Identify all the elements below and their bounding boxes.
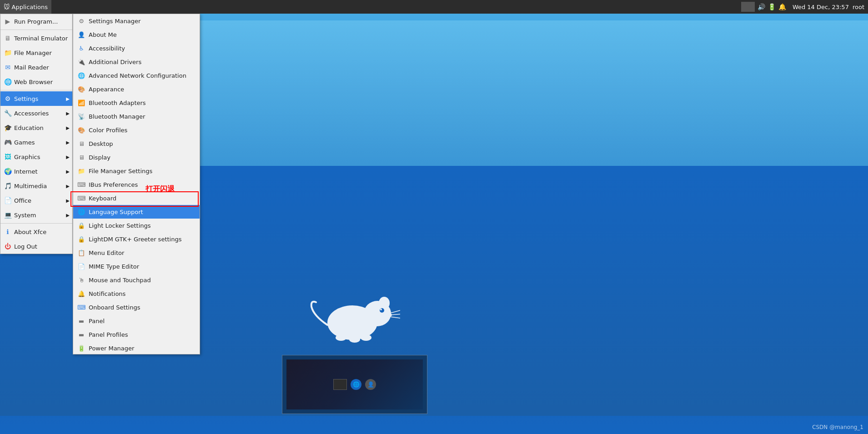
- systray: 🔊 🔋 🔔: [738, 0, 789, 14]
- submenu-light-locker[interactable]: 🔒 Light Locker Settings: [73, 219, 200, 232]
- menu-item-web-browser[interactable]: 🌐 Web Browser: [0, 75, 72, 89]
- graphics-arrow: ▶: [66, 155, 70, 160]
- mouse-touchpad-label: Mouse and Touchpad: [89, 277, 151, 284]
- internet-label: Internet: [14, 168, 38, 175]
- submenu-display[interactable]: 🖥 Display: [73, 150, 200, 164]
- appearance-icon: 🎨: [78, 85, 85, 93]
- menu-item-education[interactable]: 🎓 Education ▶: [0, 120, 72, 135]
- education-icon: 🎓: [4, 124, 11, 131]
- separator-2: [0, 90, 72, 90]
- submenu-accessibility[interactable]: ♿ Accessibility: [73, 41, 200, 55]
- menu-item-multimedia[interactable]: 🎵 Multimedia ▶: [0, 179, 72, 193]
- notifications-label: Notifications: [89, 290, 125, 297]
- lightdm-gtk-label: LightDM GTK+ Greeter settings: [89, 236, 181, 243]
- submenu-settings-manager[interactable]: ⚙ Settings Manager: [73, 14, 200, 28]
- accessories-icon: 🔧: [4, 110, 11, 117]
- separator-3: [0, 223, 72, 224]
- submenu-mime-type-editor[interactable]: 📄 MIME Type Editor: [73, 259, 200, 273]
- settings-label: Settings: [14, 95, 38, 102]
- menu-item-mail-reader[interactable]: ✉ Mail Reader: [0, 60, 72, 75]
- menu-item-graphics[interactable]: 🖼 Graphics ▶: [0, 150, 72, 164]
- multimedia-icon: 🎵: [4, 182, 11, 190]
- volume-icon[interactable]: 🔊: [758, 3, 765, 10]
- submenu-panel-profiles[interactable]: ▬ Panel Profiles: [73, 328, 200, 341]
- submenu-mouse-touchpad[interactable]: 🖱 Mouse and Touchpad: [73, 273, 200, 287]
- submenu-file-manager-settings[interactable]: 📁 File Manager Settings: [73, 164, 200, 178]
- applications-button[interactable]: 🐭 Applications: [0, 0, 51, 14]
- menu-item-run-program[interactable]: ▶ Run Program...: [0, 14, 72, 29]
- submenu-keyboard[interactable]: ⌨ Keyboard: [73, 191, 200, 205]
- svg-point-3: [380, 308, 384, 313]
- panel-profiles-icon: ▬: [78, 331, 85, 338]
- submenu-appearance[interactable]: 🎨 Appearance: [73, 82, 200, 96]
- submenu-advanced-network[interactable]: 🌐 Advanced Network Configuration: [73, 69, 200, 82]
- battery-icon[interactable]: 🔋: [768, 3, 776, 10]
- menu-item-accessories[interactable]: 🔧 Accessories ▶: [0, 106, 72, 120]
- submenu-additional-drivers[interactable]: 🔌 Additional Drivers: [73, 55, 200, 69]
- accessories-label: Accessories: [14, 110, 49, 117]
- menu-item-logout[interactable]: ⏻ Log Out: [0, 239, 72, 254]
- apps-label: Applications: [12, 4, 48, 10]
- color-profiles-icon: 🎨: [78, 126, 85, 134]
- accessibility-icon: ♿: [78, 45, 85, 52]
- menu-item-games[interactable]: 🎮 Games ▶: [0, 135, 72, 150]
- multimedia-arrow: ▶: [66, 184, 70, 189]
- education-arrow: ▶: [66, 125, 70, 130]
- clock: Wed 14 Dec, 23:57: [793, 4, 849, 10]
- language-support-label: Language Support: [89, 209, 143, 215]
- internet-arrow: ▶: [66, 169, 70, 174]
- bell-icon[interactable]: 🔔: [778, 3, 786, 10]
- submenu-notifications[interactable]: 🔔 Notifications: [73, 287, 200, 300]
- menu-item-file-manager[interactable]: 📁 File Manager: [0, 45, 72, 60]
- ibus-preferences-label: IBus Preferences: [89, 181, 138, 188]
- bluetooth-manager-label: Bluetooth Manager: [89, 113, 145, 120]
- file-manager-label: File Manager: [14, 50, 52, 56]
- submenu-color-profiles[interactable]: 🎨 Color Profiles: [73, 123, 200, 137]
- svg-point-7: [349, 336, 360, 343]
- submenu-menu-editor[interactable]: 📋 Menu Editor: [73, 246, 200, 259]
- keyboard-icon: ⌨: [78, 195, 85, 202]
- multimedia-label: Multimedia: [14, 183, 47, 190]
- submenu-desktop[interactable]: 🖥 Desktop: [73, 137, 200, 150]
- web-browser-label: Web Browser: [14, 79, 53, 85]
- appearance-label: Appearance: [89, 86, 124, 93]
- submenu-power-manager[interactable]: 🔋 Power Manager: [73, 341, 200, 354]
- submenu-lightdm-gtk[interactable]: 🔒 LightDM GTK+ Greeter settings: [73, 232, 200, 246]
- notifications-icon: 🔔: [78, 290, 85, 297]
- mime-type-editor-icon: 📄: [78, 263, 85, 270]
- submenu-panel[interactable]: ▬ Panel: [73, 314, 200, 328]
- apps-icon: 🐭: [4, 4, 10, 10]
- ibus-preferences-icon: ⌨: [78, 181, 85, 188]
- menu-item-internet[interactable]: 🌍 Internet ▶: [0, 164, 72, 179]
- svg-point-8: [361, 334, 371, 341]
- terminal-label: Terminal Emulator: [14, 35, 68, 42]
- graphics-label: Graphics: [14, 154, 40, 160]
- menu-item-terminal[interactable]: 🖥 Terminal Emulator: [0, 31, 72, 45]
- display-label: Display: [89, 154, 110, 161]
- submenu-about-me[interactable]: 👤 About Me: [73, 28, 200, 41]
- submenu-bluetooth-adapters[interactable]: 📶 Bluetooth Adapters: [73, 96, 200, 110]
- app-menu: ▶ Run Program... 🖥 Terminal Emulator 📁 F…: [0, 14, 73, 254]
- submenu-onboard-settings[interactable]: ⌨ Onboard Settings: [73, 300, 200, 314]
- submenu-bluetooth-manager[interactable]: 📡 Bluetooth Manager: [73, 110, 200, 123]
- accessories-arrow: ▶: [66, 111, 70, 116]
- menu-editor-icon: 📋: [78, 249, 85, 256]
- logout-label: Log Out: [14, 243, 37, 250]
- svg-line-11: [390, 317, 400, 318]
- submenu-language-support[interactable]: 🌐 Language Support: [73, 205, 200, 219]
- desktop-icon: 🖥: [78, 140, 85, 147]
- network-tray-icon: [741, 2, 755, 12]
- display-icon: 🖥: [78, 154, 85, 161]
- menu-item-about-xfce[interactable]: ℹ About Xfce: [0, 224, 72, 239]
- file-manager-settings-icon: 📁: [78, 167, 85, 175]
- menu-item-office[interactable]: 📄 Office ▶: [0, 193, 72, 208]
- office-arrow: ▶: [66, 198, 70, 203]
- language-support-icon: 🌐: [78, 208, 85, 215]
- web-browser-icon: 🌐: [4, 78, 11, 85]
- accessibility-label: Accessibility: [89, 45, 125, 52]
- thumbnail-inner: 🌐 👤: [286, 359, 423, 409]
- menu-item-system[interactable]: 💻 System ▶: [0, 208, 72, 222]
- submenu-ibus-preferences[interactable]: ⌨ IBus Preferences: [73, 178, 200, 191]
- mail-reader-icon: ✉: [4, 64, 11, 71]
- menu-item-settings[interactable]: ⚙ Settings ▶: [0, 91, 72, 106]
